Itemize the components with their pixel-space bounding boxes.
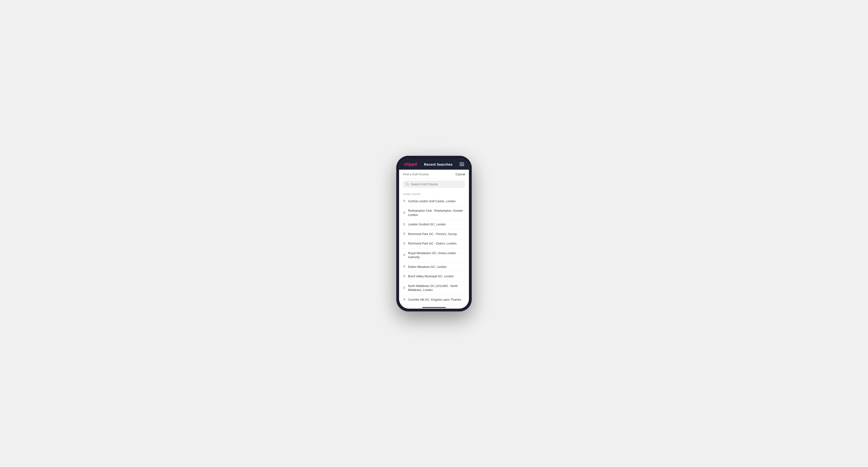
cancel-button[interactable]: Cancel xyxy=(456,173,465,176)
menu-icon[interactable] xyxy=(460,163,464,166)
svg-line-1 xyxy=(408,185,409,186)
search-icon xyxy=(406,182,409,186)
app-logo: clippd xyxy=(404,162,417,167)
course-name: Central London Golf Centre, London xyxy=(408,199,456,204)
nearby-label: Nearby courses xyxy=(399,191,469,197)
course-name: Roehampton Club - Roehampton, Greater Lo… xyxy=(408,209,465,217)
search-input[interactable] xyxy=(411,182,462,186)
course-name: Richmond Park GC - Duke's, London xyxy=(408,242,457,246)
pin-icon xyxy=(403,212,406,215)
header-title: Recent Searches xyxy=(424,162,453,166)
list-item[interactable]: Royal Wimbledon GC, Great London Authori… xyxy=(399,249,469,262)
pin-icon xyxy=(403,199,406,203)
phone-device: clippd Recent Searches Find a Golf Cours… xyxy=(396,156,472,311)
pin-icon xyxy=(403,232,406,236)
find-bar: Find a Golf Course Cancel xyxy=(399,170,469,179)
list-item[interactable]: Richmond Park GC - Prince's, Surrey xyxy=(399,229,469,239)
pin-icon xyxy=(403,286,406,290)
course-list: Central London Golf Centre, London Roeha… xyxy=(399,197,469,305)
course-name: North Middlesex GC (1011942 - North Midd… xyxy=(408,284,465,292)
pin-icon xyxy=(403,242,406,245)
list-item[interactable]: Coombe Hill GC, Kingston upon Thames xyxy=(399,295,469,305)
pin-icon xyxy=(403,275,406,278)
list-item[interactable]: Dukes Meadows GC, London xyxy=(399,262,469,272)
phone-screen: clippd Recent Searches Find a Golf Cours… xyxy=(399,159,469,309)
main-content: Find a Golf Course Cancel Nearby courses xyxy=(399,170,469,309)
list-item[interactable]: Richmond Park GC - Duke's, London xyxy=(399,239,469,249)
home-indicator xyxy=(399,305,469,309)
search-box xyxy=(399,179,469,191)
list-item[interactable]: North Middlesex GC (1011942 - North Midd… xyxy=(399,282,469,295)
course-name: London Scottish GC, London xyxy=(408,222,446,227)
nearby-section: Nearby courses Central London Golf Centr… xyxy=(399,191,469,305)
course-name: Brent Valley Municipal GC, London xyxy=(408,275,454,279)
pin-icon xyxy=(403,254,406,257)
course-name: Royal Wimbledon GC, Great London Authori… xyxy=(408,251,465,259)
list-item[interactable]: London Scottish GC, London xyxy=(399,220,469,229)
list-item[interactable]: Central London Golf Centre, London xyxy=(399,197,469,207)
pin-icon xyxy=(403,265,406,269)
course-name: Dukes Meadows GC, London xyxy=(408,265,446,269)
course-name: Richmond Park GC - Prince's, Surrey xyxy=(408,232,457,237)
app-header: clippd Recent Searches xyxy=(399,159,469,170)
list-item[interactable]: Roehampton Club - Roehampton, Greater Lo… xyxy=(399,206,469,220)
home-bar xyxy=(422,307,446,308)
pin-icon xyxy=(403,298,406,301)
course-name: Coombe Hill GC, Kingston upon Thames xyxy=(408,298,461,302)
pin-icon xyxy=(403,223,406,226)
search-input-wrapper xyxy=(403,181,465,188)
list-item[interactable]: Brent Valley Municipal GC, London xyxy=(399,272,469,282)
find-label: Find a Golf Course xyxy=(403,173,429,176)
